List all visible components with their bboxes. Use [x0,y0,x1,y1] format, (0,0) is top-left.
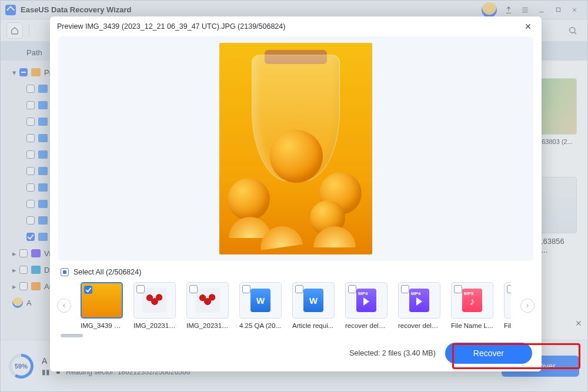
checkbox[interactable] [136,285,145,293]
modal-recover-button[interactable]: Recover [445,343,532,364]
checkbox[interactable] [348,285,356,293]
thumbnail[interactable]: 4.25 QA (20... [239,282,282,329]
select-all-checkbox[interactable] [61,268,69,276]
thumbnail-label: IMG_202311... [186,322,229,329]
file-icon [239,282,282,319]
thumbnail-label: recover dele... [398,322,440,329]
thumbnail-label: IMG_3439 (2... [81,322,123,329]
thumbnail-label: IMG_202311... [133,322,176,329]
thumbnail[interactable]: IMG_3439 (2... [81,282,123,329]
modal-footer: Selected: 2 files (3.40 MB) Recover [50,339,542,371]
checkbox[interactable] [401,285,409,293]
checkbox[interactable] [507,285,511,293]
strip-next-icon[interactable] [520,299,534,313]
strip-prev-icon[interactable] [57,299,71,313]
modal-title: Preview IMG_3439 (2023_12_21 06_39_47 UT… [57,22,285,31]
modal-header: Preview IMG_3439 (2023_12_21 06_39_47 UT… [50,16,542,36]
thumbnail[interactable]: IMG_202311... [133,282,176,329]
preview-image [219,43,372,254]
thumbnail[interactable]: recover dele... [398,282,440,329]
checkbox[interactable] [454,285,462,293]
modal-close-icon[interactable]: × [522,21,534,33]
modal-selected-text: Selected: 2 files (3.40 MB) [349,349,436,357]
thumbnail-label: recover dele... [345,322,387,329]
thumbnail[interactable]: File Name L... [451,282,493,329]
preview-modal: Preview IMG_3439 (2023_12_21 06_39_47 UT… [50,16,542,371]
thumbnail[interactable]: IMG_202311... [186,282,229,329]
checkbox[interactable] [242,285,250,293]
image-icon [81,282,123,319]
thumbnail-label: File Name L... [504,322,511,329]
file-icon [504,282,511,319]
file-icon [292,282,335,319]
thumbnail-strip: IMG_3439 (2...IMG_202311...IMG_202311...… [50,279,542,333]
image-icon [186,282,229,319]
checkbox[interactable] [295,285,303,293]
file-icon [398,282,440,319]
file-icon [451,282,493,319]
file-icon [345,282,387,319]
select-all-label: Select All (2/506824) [74,268,141,276]
thumbnail-label: File Name L... [451,322,493,329]
preview-canvas [58,36,533,261]
checkbox[interactable] [189,285,198,293]
thumbnail-label: 4.25 QA (20... [239,322,282,329]
image-icon [133,282,176,319]
thumbnail[interactable]: File Name L... [504,282,511,329]
strip-scrollbar[interactable] [61,334,531,337]
select-all-row[interactable]: Select All (2/506824) [50,266,542,279]
thumbnail-label: Article requi... [292,322,335,329]
thumbnail[interactable]: recover dele... [345,282,387,329]
thumbnail[interactable]: Article requi... [292,282,335,329]
checkbox[interactable] [84,286,92,294]
